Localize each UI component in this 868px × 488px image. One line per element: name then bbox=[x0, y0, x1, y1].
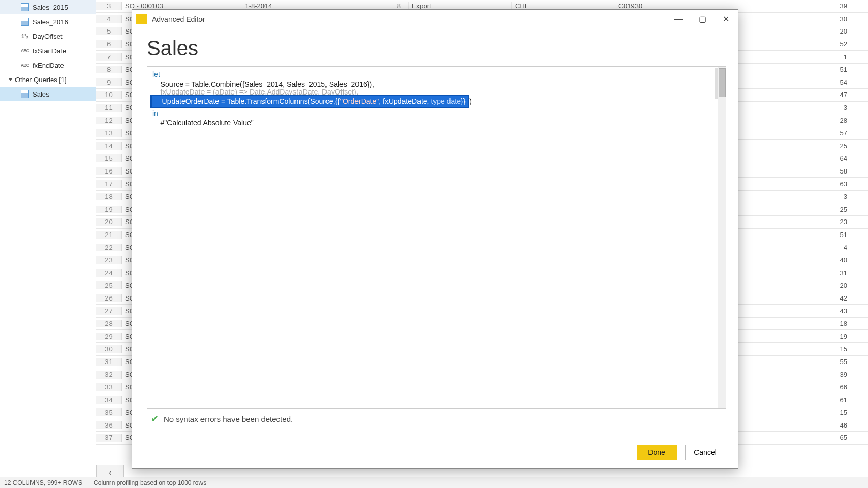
row-index: 4 bbox=[96, 15, 122, 23]
cell-last: 52 bbox=[791, 40, 868, 48]
dialog-body: Sales Display Options ▾ ? let Source = T… bbox=[132, 28, 738, 429]
cell-last: 43 bbox=[791, 307, 868, 315]
row-index: 8 bbox=[96, 66, 122, 73]
dialog-title: Advanced Editor bbox=[152, 15, 667, 23]
chevron-left-icon: ‹ bbox=[109, 468, 111, 477]
query-label: fxEndDate bbox=[33, 61, 64, 69]
row-index: 33 bbox=[96, 383, 122, 391]
row-index: 29 bbox=[96, 333, 122, 340]
query-item-selected[interactable]: Sales bbox=[0, 87, 96, 101]
cell-last: 19 bbox=[791, 333, 868, 340]
row-index: 26 bbox=[96, 294, 122, 302]
row-index: 9 bbox=[96, 78, 122, 86]
query-label: Sales_2016 bbox=[33, 18, 68, 26]
cell-last: 25 bbox=[791, 142, 868, 150]
cell-last: 23 bbox=[791, 218, 868, 226]
row-index: 15 bbox=[96, 154, 122, 162]
row-index: 14 bbox=[96, 142, 122, 150]
row-index: 6 bbox=[96, 40, 122, 48]
table-icon bbox=[21, 90, 29, 98]
cell-last: 66 bbox=[791, 383, 868, 391]
cell-last: 51 bbox=[791, 66, 868, 73]
powerbi-icon bbox=[136, 14, 147, 24]
query-label: Sales bbox=[33, 90, 50, 98]
query-item[interactable]: 1²₃ DayOffset bbox=[0, 29, 96, 43]
minimize-icon: — bbox=[674, 14, 683, 24]
cell-last: 63 bbox=[791, 180, 868, 188]
row-index: 28 bbox=[96, 320, 122, 327]
function-icon: ABC bbox=[21, 61, 29, 69]
minimize-button[interactable]: — bbox=[667, 11, 690, 27]
query-folder[interactable]: Other Queries [1] bbox=[0, 72, 96, 87]
row-index: 19 bbox=[96, 206, 122, 213]
editor-scrollbar-thumb[interactable] bbox=[719, 68, 726, 97]
code-line: let bbox=[152, 70, 160, 78]
dialog-titlebar[interactable]: Advanced Editor — ▢ ✕ bbox=[132, 10, 738, 28]
cell-last: 28 bbox=[791, 117, 868, 124]
code-editor[interactable]: let Source = Table.Combine({Sales_2014, … bbox=[147, 66, 726, 409]
maximize-icon: ▢ bbox=[699, 14, 706, 24]
row-index: 24 bbox=[96, 269, 122, 277]
query-label: Sales_2015 bbox=[33, 4, 68, 11]
row-index: 5 bbox=[96, 27, 122, 35]
row-index: 22 bbox=[96, 244, 122, 251]
close-icon: ✕ bbox=[723, 14, 730, 24]
row-index: 30 bbox=[96, 345, 122, 353]
cancel-button[interactable]: Cancel bbox=[685, 445, 725, 460]
cell-last: 39 bbox=[791, 371, 868, 379]
query-item[interactable]: ABC fxStartDate bbox=[0, 43, 96, 58]
query-label: fxStartDate bbox=[33, 47, 66, 55]
cell-last: 40 bbox=[791, 256, 868, 264]
row-index: 36 bbox=[96, 421, 122, 429]
cell-last: 58 bbox=[791, 167, 868, 175]
query-item[interactable]: Sales_2016 bbox=[0, 14, 96, 29]
cell-last: 55 bbox=[791, 358, 868, 366]
done-button[interactable]: Done bbox=[637, 445, 677, 460]
cell-last: 30 bbox=[791, 15, 868, 23]
code-line-highlighted: UpdateOrderDate = Table.TransformColumns… bbox=[152, 95, 721, 108]
maximize-button[interactable]: ▢ bbox=[690, 11, 714, 27]
cell-last: 31 bbox=[791, 269, 868, 277]
chevron-down-icon bbox=[9, 78, 13, 81]
row-index: 16 bbox=[96, 167, 122, 175]
cell-last: 51 bbox=[791, 231, 868, 239]
queries-panel: Sales_2015 Sales_2016 1²₃ DayOffset ABC … bbox=[0, 0, 96, 488]
cell-last: 20 bbox=[791, 27, 868, 35]
cell-last: 42 bbox=[791, 294, 868, 302]
row-index: 11 bbox=[96, 104, 122, 112]
cell-last: 46 bbox=[791, 421, 868, 429]
cell-last: 47 bbox=[791, 91, 868, 99]
query-label: DayOffset bbox=[33, 33, 63, 40]
code-line: in bbox=[152, 109, 158, 117]
code-line: #"Calculated Absolute Value" bbox=[152, 119, 254, 127]
row-index: 7 bbox=[96, 53, 122, 61]
close-button[interactable]: ✕ bbox=[714, 11, 738, 27]
row-index: 13 bbox=[96, 129, 122, 137]
row-index: 37 bbox=[96, 434, 122, 442]
cell-last: 57 bbox=[791, 129, 868, 137]
cell-last: 15 bbox=[791, 345, 868, 353]
table-icon bbox=[21, 3, 29, 11]
row-index: 20 bbox=[96, 218, 122, 226]
cell-last: 61 bbox=[791, 396, 868, 404]
code-line-hidden: fxUpdateDate = (aDate) => Date.AddDays(a… bbox=[152, 89, 721, 95]
row-index: 31 bbox=[96, 358, 122, 366]
cell-last: 3 bbox=[791, 104, 868, 112]
cell-last: 4 bbox=[791, 244, 868, 251]
status-columns: 12 COLUMNS, 999+ ROWS bbox=[4, 479, 82, 486]
cell-last: 3 bbox=[791, 193, 868, 200]
cell-last: 65 bbox=[791, 434, 868, 442]
query-item[interactable]: ABC fxEndDate bbox=[0, 58, 96, 72]
row-index: 25 bbox=[96, 281, 122, 289]
cell-last: 18 bbox=[791, 320, 868, 327]
function-icon: ABC bbox=[21, 46, 29, 55]
query-item[interactable]: Sales_2015 bbox=[0, 0, 96, 14]
status-profiling: Column profiling based on top 1000 rows bbox=[94, 479, 206, 486]
cell-last: 20 bbox=[791, 281, 868, 289]
dialog-footer: Done Cancel bbox=[637, 445, 725, 460]
syntax-status: ✔ No syntax errors have been detected. bbox=[147, 413, 726, 424]
check-icon: ✔ bbox=[151, 413, 159, 424]
cell-last: 64 bbox=[791, 154, 868, 162]
cell-last: 1 bbox=[791, 53, 868, 61]
editor-scrollbar-track[interactable] bbox=[718, 67, 726, 408]
